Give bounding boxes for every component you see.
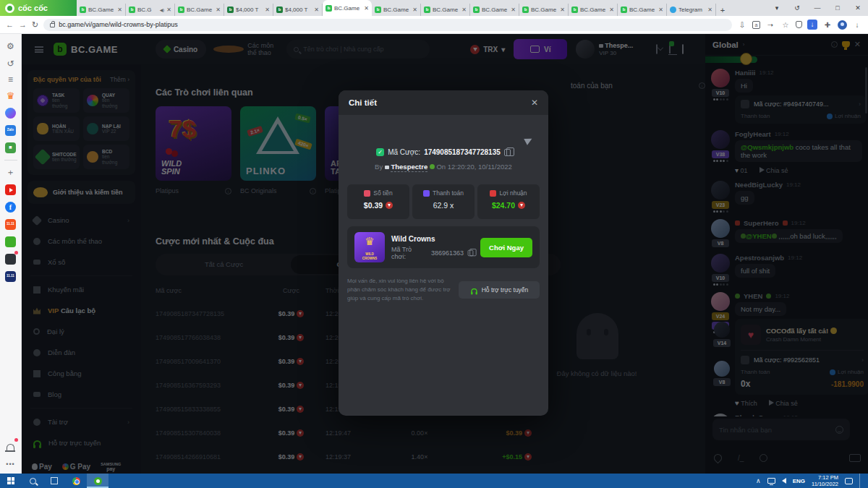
adblock-shield-icon[interactable] xyxy=(796,21,802,28)
url-text[interactable]: bc.game/vi/game/wild-crowns-by-platipus xyxy=(59,21,178,28)
stat-payout: Thanh toán 62.9 x xyxy=(412,184,475,219)
sidebar-divider xyxy=(4,160,17,160)
bcgame-favicon: b xyxy=(276,7,283,13)
game-info-box: ♛ WILDCROWNS Wild Crowns Mã Trò chơi:386… xyxy=(347,226,540,268)
window-maximize-button[interactable]: □ xyxy=(827,0,848,16)
tab-close-icon[interactable]: ✕ xyxy=(166,7,171,13)
wild-crowns-thumbnail[interactable]: ♛ WILDCROWNS xyxy=(354,232,385,262)
coccoc-brand[interactable]: cốc cốc xyxy=(0,0,77,16)
start-button[interactable] xyxy=(0,474,22,488)
lock-icon xyxy=(50,23,55,27)
browser-tab[interactable]: b$4,000 T✕ xyxy=(224,4,273,16)
show-desktop-button[interactable] xyxy=(859,474,862,488)
bcgame-favicon: b xyxy=(424,7,430,13)
tab-close-icon[interactable]: ✕ xyxy=(560,7,565,13)
taskbar-search-icon[interactable] xyxy=(22,474,43,488)
bcgame-favicon: b xyxy=(473,7,480,13)
network-icon[interactable] xyxy=(767,478,775,484)
zalo-icon[interactable]: Zalo xyxy=(5,125,16,136)
tab-close-icon[interactable]: ✕ xyxy=(461,7,467,13)
tab-close-icon[interactable]: ✕ xyxy=(117,7,122,13)
tab-close-icon[interactable]: ✕ xyxy=(216,7,221,13)
language-indicator[interactable]: ENG xyxy=(793,478,805,484)
facebook-icon[interactable]: f xyxy=(5,202,16,213)
bookmark-star-icon[interactable]: ☆ xyxy=(780,21,791,29)
tab-close-icon[interactable]: ✕ xyxy=(314,7,319,13)
bcgame-favicon: b xyxy=(326,5,332,12)
profile-avatar-icon[interactable] xyxy=(838,20,847,30)
tab-close-icon[interactable]: ✕ xyxy=(412,7,417,13)
newsfeed-icon[interactable]: ≡ xyxy=(6,75,15,84)
tab-close-icon[interactable]: ✕ xyxy=(364,5,369,12)
active-download-icon[interactable]: ↓ xyxy=(807,20,817,30)
tiki-sale-icon[interactable]: 11.11 xyxy=(5,271,16,282)
crown-icon: ♛ xyxy=(354,232,385,251)
settings-gear-icon[interactable]: ⚙ xyxy=(5,40,16,51)
bet-author[interactable]: Thespectre xyxy=(391,163,427,172)
system-clock[interactable]: 7:12 PM11/10/2022 xyxy=(812,474,838,488)
tab-close-icon[interactable]: ✕ xyxy=(609,7,614,13)
new-tab-button[interactable]: + xyxy=(716,4,729,16)
window-minimize-button[interactable]: — xyxy=(807,0,827,16)
tray-expand-icon[interactable]: ∧ xyxy=(756,477,761,484)
browser-tab[interactable]: b$4,000 T✕ xyxy=(273,4,323,16)
messenger-icon[interactable] xyxy=(5,108,16,119)
share-bet-icon[interactable] xyxy=(525,134,532,147)
save-page-icon[interactable]: ⇩ xyxy=(737,21,747,29)
browser-tab[interactable]: bBC.G◀)✕ xyxy=(126,4,175,16)
window-close-button[interactable]: ✕ xyxy=(848,0,868,16)
browser-tab[interactable]: bBC.Game✕ xyxy=(569,4,618,16)
notifications-bell-icon[interactable] xyxy=(5,441,16,452)
tab-audio-icon[interactable]: ◀) xyxy=(160,7,165,12)
reload-icon[interactable]: ↻ xyxy=(32,20,38,30)
youtube-icon[interactable] xyxy=(5,184,16,195)
modal-close-icon[interactable]: ✕ xyxy=(531,98,538,108)
play-now-button[interactable]: Chơi Ngay xyxy=(480,238,532,257)
coccoc-taskbar-icon[interactable] xyxy=(87,474,109,488)
tab-search-icon[interactable]: ▾ xyxy=(767,0,787,16)
extensions-icon[interactable]: ✚ xyxy=(822,21,833,29)
action-center-icon[interactable] xyxy=(845,478,853,484)
bet-datetime: 12:20:20, 10/11/2022 xyxy=(448,163,512,171)
chrome-taskbar-icon[interactable] xyxy=(65,474,87,488)
downloads-icon[interactable]: ↓ xyxy=(852,21,862,29)
game-name: Wild Crowns xyxy=(391,235,474,243)
hat-app-icon[interactable] xyxy=(5,254,16,265)
history-icon[interactable]: ↺ xyxy=(5,58,16,69)
tab-close-icon[interactable]: ✕ xyxy=(265,7,270,13)
copy-icon[interactable] xyxy=(504,149,511,156)
browser-tab[interactable]: bBC.Game✕ xyxy=(519,4,569,16)
share-icon[interactable]: ➝ xyxy=(765,21,775,29)
top-hat-icon xyxy=(385,166,389,169)
volume-icon[interactable] xyxy=(782,478,786,484)
browser-tab[interactable]: Telegram✕ xyxy=(667,4,716,16)
bet-id-label: Mã Cược: xyxy=(388,148,420,156)
more-options-icon[interactable]: ••• xyxy=(5,458,16,469)
money-bag-icon xyxy=(364,190,370,197)
tab-close-icon[interactable]: ✕ xyxy=(511,7,516,13)
address-bar[interactable]: bc.game/vi/game/wild-crowns-by-platipus xyxy=(43,19,732,31)
tab-close-icon[interactable]: ✕ xyxy=(658,7,663,13)
browser-tab[interactable]: bBC.Game✕ xyxy=(175,4,224,16)
forward-icon[interactable]: → xyxy=(19,20,27,29)
tab-close-icon[interactable]: ✕ xyxy=(707,7,712,13)
bcgame-favicon: b xyxy=(178,7,184,13)
live-support-button[interactable]: Hỗ trợ trực tuyến xyxy=(459,281,540,299)
browser-tab-active[interactable]: bBC.Game✕ xyxy=(323,0,372,16)
browser-tab[interactable]: bBC.Game✕ xyxy=(77,4,126,16)
browser-tab[interactable]: bBC.Game✕ xyxy=(421,4,470,16)
recent-tabs-icon[interactable]: ↺ xyxy=(787,0,807,16)
browser-tab[interactable]: bBC.Game✕ xyxy=(618,4,667,16)
green-app-icon[interactable] xyxy=(5,236,16,247)
shopee-sale-icon[interactable]: 11.11 xyxy=(5,219,16,230)
add-shortcut-icon[interactable]: ＋ xyxy=(5,167,16,178)
task-view-icon[interactable] xyxy=(43,474,65,488)
games-icon[interactable]: ▣ xyxy=(5,142,16,153)
browser-tab[interactable]: bBC.Game✕ xyxy=(470,4,519,16)
translate-icon[interactable]: a xyxy=(752,21,760,29)
browser-tab[interactable]: bBC.Game✕ xyxy=(372,4,421,16)
copy-icon[interactable] xyxy=(468,249,474,256)
vip-crown-icon[interactable]: ♛ xyxy=(5,90,16,101)
back-icon[interactable]: ← xyxy=(6,20,14,29)
browser-toolbar: ← → ↻ bc.game/vi/game/wild-crowns-by-pla… xyxy=(0,16,868,34)
